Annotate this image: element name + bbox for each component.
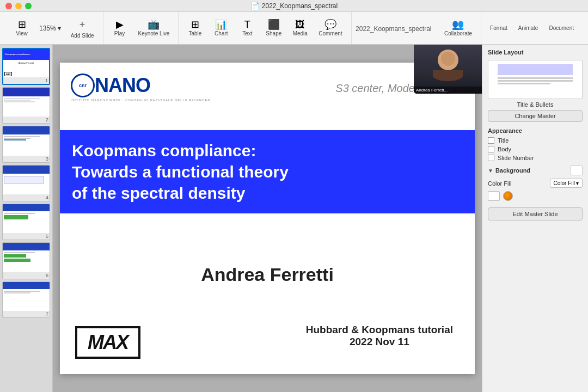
color-fill-dropdown[interactable]: Color Fill ▾: [550, 179, 583, 188]
view-button[interactable]: ⊞ View: [10, 17, 34, 39]
inspector-tabs-group: Format Animate Document: [481, 12, 583, 44]
orange-color-picker[interactable]: [503, 191, 513, 201]
view-icon: ⊞: [18, 20, 26, 29]
slide-thumb-3[interactable]: 3: [2, 126, 50, 162]
color-swatch-row: [488, 191, 583, 201]
chevron-down-icon-small: ▾: [576, 180, 579, 186]
slide-title-box[interactable]: Koopmans compliance: Towards a functiona…: [60, 130, 475, 213]
media-button[interactable]: 🖼 Media: [288, 17, 312, 39]
background-label: Background: [495, 167, 530, 174]
slide-number-7: 7: [3, 311, 50, 317]
add-slide-button[interactable]: + Add Slide: [66, 15, 99, 41]
comment-label: Comment: [318, 30, 342, 36]
slide-panel[interactable]: Koopmans compliance... Andrea Ferretti M…: [0, 45, 53, 392]
layout-bullet-3: [498, 83, 550, 84]
table-label: Table: [188, 30, 201, 36]
slide-thumb-7[interactable]: 7: [2, 281, 50, 318]
table-button[interactable]: ⊞ Table: [183, 17, 207, 39]
layout-name: Title & Bullets: [488, 101, 583, 108]
video-overlay: Andrea Ferrett...: [414, 45, 482, 94]
format-tab-button[interactable]: Format: [486, 23, 512, 33]
media-label: Media: [293, 30, 308, 36]
slide-event: Hubbard & Koopmans tutorial 2022 Nov 11: [306, 324, 453, 348]
title-bar-text: 📄 2022_Koopmans_spectral: [250, 2, 338, 10]
slide-thumb-2[interactable]: 2: [2, 87, 50, 124]
white-color-swatch[interactable]: [488, 191, 500, 201]
view-group: ⊞ View 135% ▾ + Add Slide: [5, 12, 103, 44]
background-section: ▼ Background Color Fill Color Fill ▾: [488, 166, 583, 201]
keynote-live-button[interactable]: 📺 Keynote Live: [134, 17, 174, 39]
slide-number-4: 4: [3, 194, 50, 201]
collaborate-label: Collaborate: [444, 30, 472, 36]
slide-title-line2: Towards a functional theory: [72, 161, 463, 182]
slide-thumb-1[interactable]: Koopmans compliance... Andrea Ferretti M…: [2, 48, 50, 85]
slide-max-logo: MAX: [75, 326, 140, 359]
minimize-button[interactable]: [15, 3, 22, 9]
slide-number-appearance-row: Slide Number: [488, 155, 583, 161]
toolbar: ⊞ View 135% ▾ + Add Slide ▶ Play 📺 Keyno…: [0, 12, 588, 45]
plus-icon: +: [77, 17, 88, 32]
body-checkbox[interactable]: [488, 146, 494, 152]
slide-canvas[interactable]: cnr NANO ISTITUTO NANOSCIENZE · CONSIGLI…: [60, 63, 475, 374]
slide-event-line1: Hubbard & Koopmans tutorial: [306, 324, 453, 336]
color-fill-label: Color Fill: [488, 180, 511, 187]
background-color-swatch[interactable]: [571, 166, 583, 175]
slide-layout-label: Slide Layout: [488, 49, 583, 56]
cnrnano-top: cnr NANO: [71, 74, 211, 97]
slide-thumb-5[interactable]: 5: [2, 204, 50, 240]
nano-text: NANO: [95, 74, 150, 97]
text-button[interactable]: T Text: [235, 17, 259, 39]
keynote-live-icon: 📺: [148, 20, 160, 29]
title-appearance-row: Title: [488, 137, 583, 144]
window-controls: [5, 3, 32, 9]
chart-label: Chart: [215, 30, 228, 36]
title-appearance-label: Title: [498, 137, 509, 144]
window-title: 2022_Koopmans_spectral: [262, 2, 338, 10]
comment-button[interactable]: 💬 Comment: [314, 17, 346, 39]
slide-number-6: 6: [3, 272, 50, 279]
collaborate-button[interactable]: 👥 Collaborate: [440, 17, 476, 39]
change-master-button[interactable]: Change Master: [488, 110, 583, 122]
play-group: ▶ Play 📺 Keynote Live: [103, 12, 179, 44]
slide-event-line2: 2022 Nov 11: [306, 336, 453, 348]
slide-number-checkbox[interactable]: [488, 155, 494, 161]
title-checkbox[interactable]: [488, 137, 494, 144]
close-button[interactable]: [5, 3, 12, 9]
layout-bullet-1: [498, 77, 573, 79]
add-slide-label: Add Slide: [71, 33, 94, 39]
body-appearance-label: Body: [498, 146, 511, 152]
slide-title-line3: of the spectral density: [72, 182, 463, 204]
layout-preview-inner: [498, 64, 573, 95]
play-button[interactable]: ▶ Play: [108, 17, 132, 39]
chart-button[interactable]: 📊 Chart: [209, 17, 233, 39]
animate-tab-button[interactable]: Animate: [514, 23, 543, 33]
color-fill-dropdown-value: Color Fill: [554, 180, 575, 186]
maximize-button[interactable]: [25, 3, 32, 9]
slide-thumb-4[interactable]: 4: [2, 165, 50, 201]
slide-number-1: 1: [3, 77, 49, 84]
edit-master-slide-button[interactable]: Edit Master Slide: [488, 207, 583, 220]
right-panel-content: Slide Layout Title & Bullets Change Mast…: [482, 45, 588, 392]
video-name-badge: Andrea Ferrett...: [414, 87, 482, 94]
cnrnano-logo: cnr NANO ISTITUTO NANOSCIENZE · CONSIGLI…: [71, 74, 211, 102]
shape-button[interactable]: ⬛ Shape: [261, 17, 286, 39]
format-tab-label: Format: [490, 25, 507, 31]
background-chevron-icon: ▼: [488, 168, 493, 174]
keynote-live-label: Keynote Live: [138, 30, 170, 36]
cnrnano-subtitle: ISTITUTO NANOSCIENZE · CONSIGLIO NAZIONA…: [71, 99, 211, 102]
cnr-text: cnr: [79, 83, 87, 88]
slide-author[interactable]: Andrea Ferretti: [60, 264, 475, 285]
text-icon: T: [244, 20, 250, 29]
chevron-down-icon: ▾: [58, 24, 61, 32]
zoom-control[interactable]: 135% ▾: [36, 24, 64, 32]
slide-number-2: 2: [3, 117, 50, 123]
layout-preview: [488, 60, 583, 99]
slide-thumb-6[interactable]: 6: [2, 242, 50, 279]
file-icon: 📄: [250, 2, 260, 10]
view-label: View: [16, 30, 28, 36]
document-tab-button[interactable]: Document: [544, 23, 578, 33]
document-tab-label: Document: [549, 25, 574, 31]
bg-fill-row: Color Fill Color Fill ▾: [488, 179, 583, 188]
appearance-section-label: Appearance: [488, 127, 583, 134]
shape-icon: ⬛: [268, 20, 280, 29]
